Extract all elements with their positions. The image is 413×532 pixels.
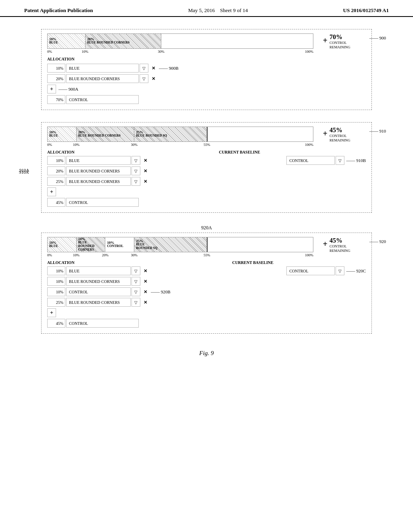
baseline-row-910: CONTROL ▽ —— 910B <box>286 156 366 165</box>
plus-btn-920[interactable]: + <box>323 239 327 249</box>
baseline-name-910: CONTROL <box>286 156 335 165</box>
alloc-row-plus-900: + —— 900A <box>47 85 366 94</box>
bar-920-brs: 25% BLUEROUNDED SQ <box>134 237 207 252</box>
bar-910-blue: 10% BLUE <box>48 127 77 141</box>
alloc-row-900-1: 10% BLUE ▽ ✕ —— 900B <box>47 64 366 73</box>
pct-920-2: 10% <box>47 277 65 286</box>
diagram-920-wrapper: 920A 10% BLUE 10% BLUEROUNDEDCORNERS <box>41 225 372 334</box>
dd-910-2[interactable]: ▽ <box>131 166 140 175</box>
label-910a-ext: 910A <box>19 170 29 175</box>
alloc-row-920-4: 25% BLUE ROUNDED CORNERS ▽ ✕ <box>47 298 282 307</box>
diagram-920: 10% BLUE 10% BLUEROUNDEDCORNERS 10% CONT… <box>41 233 372 334</box>
dd-910-3[interactable]: ▽ <box>131 177 140 186</box>
x-910-1[interactable]: ✕ <box>141 156 149 165</box>
bar-seg-remaining <box>161 34 313 48</box>
alloc-control-920: 45% CONTROL <box>47 319 366 328</box>
plus-btn-910[interactable]: + <box>323 129 327 138</box>
alloc-label-900: ALLOCATION <box>47 57 366 61</box>
remaining-900: 70% CONTROLREMAINING <box>330 33 366 50</box>
dd-920-2[interactable]: ▽ <box>131 277 140 286</box>
name-910-3: BLUE ROUNDED CORNERS <box>66 177 131 186</box>
diagram-900: 10% BLUE 20% BLUE ROUNDED CORNERS + <box>41 29 372 110</box>
alloc-label-910: ALLOCATION <box>47 150 75 154</box>
bar-920-blue: 10% BLUE <box>48 237 77 252</box>
x-920-4[interactable]: ✕ <box>141 298 149 307</box>
dd-920-1[interactable]: ▽ <box>131 266 140 275</box>
bar-910-brs: 25% BLUE ROUNDED SQ <box>134 127 207 141</box>
alloc-row-plus-910: + <box>47 187 282 196</box>
alloc-row-plus-920: + <box>47 308 282 317</box>
alloc-control-row-900: 70% CONTROL <box>47 95 366 104</box>
alloc-pct-2: 20% <box>47 74 65 83</box>
pct-910-1: 10% <box>47 156 65 165</box>
x-920-1[interactable]: ✕ <box>141 266 149 275</box>
alloc-dropdown-2[interactable]: ▽ <box>140 74 148 83</box>
name-910-2: BLUE ROUNDED CORNERS <box>66 166 131 175</box>
x-910-3[interactable]: ✕ <box>141 177 149 186</box>
alloc-right-920: CONTROL ▽ —— 920C <box>286 266 366 319</box>
diagram-910: 10% BLUE 20% BLUE ROUNDED CORNERS 25% BL… <box>41 122 372 213</box>
pct-910-3: 25% <box>47 177 65 186</box>
name-920-2: BLUE ROUNDED CORNERS <box>66 277 131 286</box>
header-center: May 5, 2016 Sheet 9 of 14 <box>188 7 248 14</box>
label-row-920: ALLOCATION CURRENT BASELINE <box>47 260 313 265</box>
callout-920c: —— 920C <box>346 268 366 273</box>
alloc-label-920: ALLOCATION <box>47 260 75 265</box>
pct-920-3: 10% <box>47 287 65 296</box>
plus-910[interactable]: + <box>47 187 56 196</box>
alloc-plus-900[interactable]: + <box>47 85 56 94</box>
alloc-section-910: 10% BLUE ▽ ✕ 20% BLUE ROUNDED CORNERS ▽ … <box>47 156 366 198</box>
dd-910-1[interactable]: ▽ <box>131 156 140 165</box>
alloc-row-920-3: 10% CONTROL ▽ ✕ —— 920B <box>47 287 282 296</box>
callout-920: —— 920 <box>369 239 386 244</box>
scale-900: 0% 10% 30% 100% <box>47 50 313 57</box>
callout-920b: —— 920B <box>151 289 171 294</box>
x-920-3[interactable]: ✕ <box>141 287 149 296</box>
label-row-910: ALLOCATION CURRENT BASELINE <box>47 150 313 154</box>
pct-910-2: 20% <box>47 166 65 175</box>
alloc-x-1[interactable]: ✕ <box>149 64 157 73</box>
x-920-2[interactable]: ✕ <box>141 277 149 286</box>
scale-910: 0% 10% 30% 55% 100% <box>47 143 313 150</box>
plus-button-900[interactable]: + <box>323 36 327 45</box>
callout-900: —— 900 <box>369 35 386 40</box>
main-content: 10% BLUE 20% BLUE ROUNDED CORNERS + <box>0 17 413 369</box>
bar-900: 10% BLUE 20% BLUE ROUNDED CORNERS <box>47 33 313 49</box>
alloc-right-910: CONTROL ▽ —— 910B <box>286 156 366 198</box>
remaining-910: 45% CONTROLREMAINING <box>330 127 366 143</box>
dd-920-3[interactable]: ▽ <box>131 287 140 296</box>
name-920-3: CONTROL <box>66 287 131 296</box>
alloc-x-2[interactable]: ✕ <box>149 74 157 83</box>
name-910-1: BLUE <box>66 156 131 165</box>
bar-seg-blue: 10% BLUE <box>48 34 86 48</box>
alloc-left-910: 10% BLUE ▽ ✕ 20% BLUE ROUNDED CORNERS ▽ … <box>47 156 282 198</box>
remaining-pct-900: 70% <box>330 33 366 41</box>
x-910-2[interactable]: ✕ <box>141 166 149 175</box>
baseline-dd-910[interactable]: ▽ <box>336 156 344 165</box>
ctrl-name-920: CONTROL <box>66 319 139 328</box>
bar-910-brc: 20% BLUE ROUNDED CORNERS <box>77 127 134 141</box>
baseline-row-920: CONTROL ▽ —— 920C <box>286 266 366 275</box>
baseline-marker-910 <box>207 127 208 141</box>
bar-seg-brc: 20% BLUE ROUNDED CORNERS <box>86 34 161 48</box>
remaining-label-900: CONTROLREMAINING <box>330 41 366 50</box>
plus-920[interactable]: + <box>47 308 56 317</box>
baseline-dd-920[interactable]: ▽ <box>336 266 344 275</box>
ctrl-pct-920: 45% <box>47 319 65 328</box>
callout-900b: —— 900B <box>159 66 179 71</box>
callout-910: —— 910 <box>369 129 386 133</box>
alloc-dropdown-1[interactable]: ▽ <box>140 64 148 73</box>
name-920-4: BLUE ROUNDED CORNERS <box>66 298 131 307</box>
pct-920-4: 25% <box>47 298 65 307</box>
bar-910: 10% BLUE 20% BLUE ROUNDED CORNERS 25% BL… <box>47 127 313 142</box>
alloc-control-910: 45% CONTROL <box>47 198 366 207</box>
dd-920-4[interactable]: ▽ <box>131 298 140 307</box>
alloc-pct-1: 10% <box>47 64 65 73</box>
figure-label: Fig. 9 <box>24 350 389 357</box>
callout-910b: —— 910B <box>346 158 366 163</box>
page-header: Patent Application Publication May 5, 20… <box>0 0 413 17</box>
alloc-name-1: BLUE <box>66 64 139 73</box>
control-pct-900: 70% <box>47 95 65 104</box>
bar-910-rem <box>207 127 313 141</box>
alloc-row-920-1: 10% BLUE ▽ ✕ <box>47 266 282 275</box>
